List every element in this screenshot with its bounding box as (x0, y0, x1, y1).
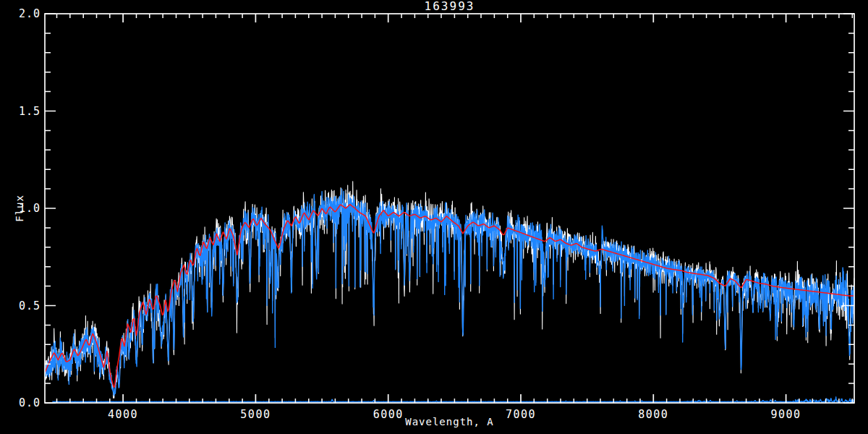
minor-ticks (45, 14, 854, 403)
x-tick-label-6000: 6000 (373, 408, 404, 421)
y-tick-label-0.0: 0.0 (19, 396, 41, 409)
x-tick-label-7000: 7000 (506, 408, 536, 421)
x-tick-label-5000: 5000 (240, 408, 271, 421)
major-ticks (45, 14, 854, 403)
x-tick-label-9000: 9000 (771, 408, 801, 421)
y-tick-label-1.0: 1.0 (19, 202, 41, 215)
sky-background-line (52, 397, 854, 402)
x-tick-label-8000: 8000 (638, 408, 668, 421)
smoothed-spectrum-line (45, 189, 854, 396)
spectrum-plot-window: 163993 Flux Wavelength, A 40005000600070… (0, 0, 868, 434)
y-tick-label-0.5: 0.5 (19, 299, 41, 312)
x-tick-label-4000: 4000 (108, 408, 138, 421)
y-tick-label-1.5: 1.5 (19, 105, 41, 118)
axes-box (45, 14, 854, 403)
spectrum-chart: 4000500060007000800090000.00.51.01.52.0 (0, 0, 868, 434)
y-tick-label-2.0: 2.0 (19, 7, 41, 20)
